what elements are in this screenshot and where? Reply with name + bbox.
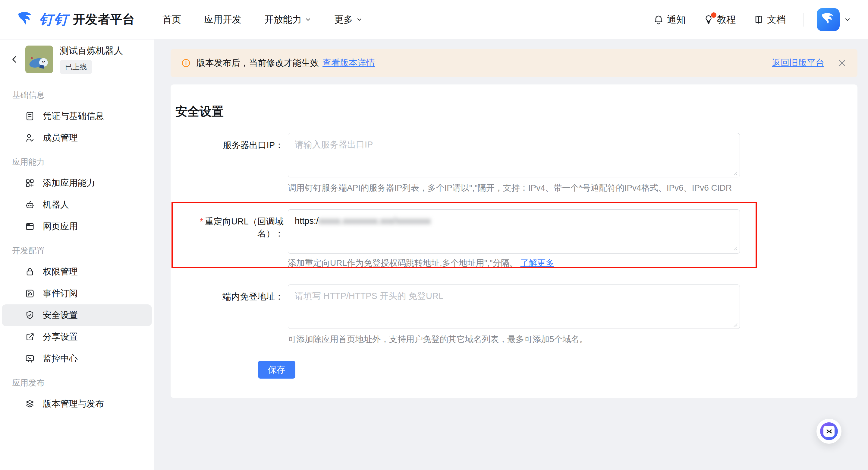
redirect-url-value-redacted: xxxxx.xxxxxxxx.xxx/xxxxxxxx: [318, 216, 431, 226]
brand-suffix: 开发者平台: [73, 11, 135, 28]
server-ip-row: 服务器出口IP： 调用钉钉服务端API的服务器IP列表，多个IP请以","隔开，…: [176, 133, 858, 194]
nav-open-ability[interactable]: 开放能力: [264, 13, 311, 26]
assistant-widget-ring: [820, 422, 838, 440]
grid-plus-icon: [25, 178, 35, 188]
sidebar-menu: 基础信息 凭证与基础信息 成员管理 应用能力 添加应用能力 机器人: [0, 79, 154, 415]
app-header: 测试百炼机器人 已上线: [0, 39, 154, 79]
free-login-label: 端内免登地址：: [176, 285, 284, 345]
section-dev-config: 开发配置: [0, 237, 154, 261]
required-asterisk: *: [200, 216, 203, 226]
dingtalk-logo[interactable]: 钉钉 开发者平台: [17, 10, 135, 29]
back-button[interactable]: [8, 53, 21, 66]
chevron-left-icon: [10, 55, 19, 64]
top-header: 钉钉 开发者平台 首页 应用开发 开放能力 更多 通知: [0, 0, 868, 39]
header-divider: [803, 13, 804, 27]
layers-icon: [25, 399, 35, 409]
nav-home[interactable]: 首页: [162, 13, 181, 26]
nav-more[interactable]: 更多: [334, 13, 363, 26]
sidebar-item-add-ability[interactable]: 添加应用能力: [2, 172, 152, 194]
rss-icon: [25, 288, 35, 299]
learn-more-link[interactable]: 了解更多: [520, 258, 554, 268]
redirect-url-input[interactable]: https:/xxxxx.xxxxxxxx.xxx/xxxxxxxx: [288, 209, 740, 254]
version-banner: 版本发布后，当前修改才能生效 查看版本详情 返回旧版平台: [170, 49, 858, 77]
security-settings-form: 服务器出口IP： 调用钉钉服务端API的服务器IP列表，多个IP请以","隔开，…: [176, 133, 858, 379]
sidebar-item-web-app[interactable]: 网页应用: [2, 216, 152, 237]
server-ip-label: 服务器出口IP：: [176, 133, 284, 194]
sidebar-item-event-subscription[interactable]: 事件订阅: [2, 283, 152, 304]
section-app-release: 应用发布: [0, 370, 154, 393]
redirect-url-helper: 添加重定向URL作为免登授权码跳转地址,多个地址用","分隔。了解更多: [288, 257, 740, 269]
browser-icon: [25, 222, 35, 232]
sidebar: 测试百炼机器人 已上线 基础信息 凭证与基础信息 成员管理 应用能力 添加应用能…: [0, 39, 154, 470]
redirect-url-label: *重定向URL（回调域名）：: [176, 209, 284, 269]
chevron-down-icon: [844, 16, 851, 23]
banner-text: 版本发布后，当前修改才能生效: [196, 57, 319, 69]
sidebar-item-security-settings[interactable]: 安全设置: [2, 304, 152, 326]
share-icon: [25, 332, 35, 342]
book-icon: [753, 14, 764, 25]
page-title: 安全设置: [176, 103, 858, 120]
notifications-button[interactable]: 通知: [653, 13, 686, 26]
lock-icon: [25, 267, 35, 277]
sidebar-item-robot[interactable]: 机器人: [2, 194, 152, 216]
credential-icon: [25, 111, 35, 121]
free-login-row: 端内免登地址： 可添加除应用首页地址外，支持用户免登的其它域名列表，最多可添加5…: [176, 285, 858, 345]
dingtalk-wing-icon: [17, 11, 34, 28]
assistant-widget-icon: [824, 425, 835, 437]
sidebar-item-monitor-center[interactable]: 监控中心: [2, 348, 152, 370]
sidebar-item-members[interactable]: 成员管理: [2, 127, 152, 149]
brand-name: 钉钉: [39, 10, 69, 29]
assistant-widget-button[interactable]: [816, 419, 841, 444]
redirect-url-value-prefix: https:/: [295, 216, 318, 226]
robot-icon: [25, 200, 35, 210]
section-basic-info: 基础信息: [0, 82, 154, 105]
free-login-helper: 可添加除应用首页地址外，支持用户免登的其它域名列表，最多可添加5个域名。: [288, 334, 740, 345]
user-menu[interactable]: [817, 8, 851, 31]
bell-icon: [653, 14, 664, 25]
chevron-down-icon: [305, 16, 311, 23]
monitor-pulse-icon: [25, 354, 35, 364]
security-settings-card: 安全设置 服务器出口IP： 调用钉钉服务端API的服务器IP列表，多个IP请以"…: [170, 85, 858, 398]
sidebar-item-version-release[interactable]: 版本管理与发布: [2, 393, 152, 415]
save-button[interactable]: 保存: [258, 361, 296, 379]
app-status-badge: 已上线: [60, 60, 92, 74]
tutorial-button[interactable]: 教程: [703, 13, 736, 26]
user-check-icon: [25, 133, 35, 143]
view-version-link[interactable]: 查看版本详情: [322, 57, 375, 69]
chevron-down-icon: [356, 16, 363, 23]
sidebar-item-share-settings[interactable]: 分享设置: [2, 326, 152, 348]
server-ip-helper: 调用钉钉服务端API的服务器IP列表，多个IP请以","隔开，支持：IPv4、带…: [288, 182, 740, 194]
app-avatar: [25, 46, 53, 73]
nav-app-dev[interactable]: 应用开发: [204, 13, 241, 26]
redirect-url-row: *重定向URL（回调域名）： https:/xxxxx.xxxxxxxx.xxx…: [176, 209, 858, 269]
section-app-ability: 应用能力: [0, 149, 154, 172]
info-icon: [181, 58, 191, 68]
server-ip-input[interactable]: [288, 133, 740, 177]
sidebar-item-credentials[interactable]: 凭证与基础信息: [2, 105, 152, 127]
free-login-input[interactable]: [288, 285, 740, 329]
notification-dot: [711, 12, 716, 18]
user-avatar: [817, 8, 840, 31]
lightbulb-icon: [703, 14, 714, 25]
app-name: 测试百炼机器人: [60, 45, 123, 57]
sidebar-item-permissions[interactable]: 权限管理: [2, 261, 152, 283]
docs-button[interactable]: 文档: [753, 13, 786, 26]
shield-check-icon: [25, 310, 35, 320]
main-content: 版本发布后，当前修改才能生效 查看版本详情 返回旧版平台 安全设置 服务器出口I…: [154, 39, 868, 470]
back-to-old-platform-link[interactable]: 返回旧版平台: [772, 57, 824, 69]
main-nav: 首页 应用开发 开放能力 更多: [162, 13, 385, 26]
close-icon[interactable]: [837, 58, 847, 68]
